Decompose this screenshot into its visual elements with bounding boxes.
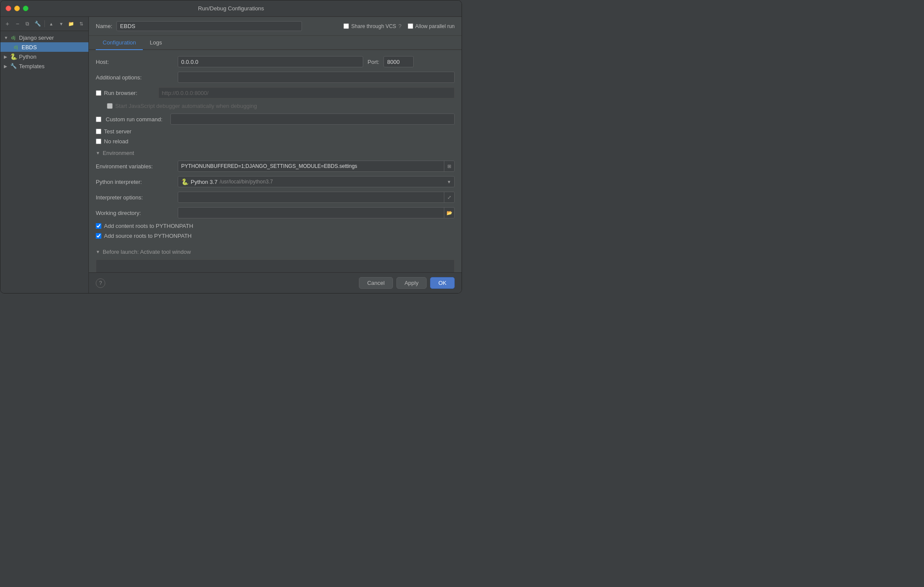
environment-arrow[interactable]: ▼ bbox=[96, 151, 100, 155]
interpreter-options-row: Interpreter options: ⤢ bbox=[96, 192, 455, 203]
test-server-row: Test server bbox=[96, 128, 455, 135]
minimize-button[interactable] bbox=[14, 6, 20, 11]
custom-run-input[interactable] bbox=[170, 114, 455, 125]
toolbar-divider bbox=[44, 20, 45, 27]
wrench-button[interactable]: 🔧 bbox=[33, 19, 42, 28]
run-browser-label: Run browser: bbox=[104, 90, 156, 96]
share-vcs-checkbox[interactable] bbox=[343, 23, 349, 29]
django-server-label: Django server bbox=[19, 35, 54, 41]
parallel-run-checkbox[interactable] bbox=[408, 23, 413, 29]
close-button[interactable] bbox=[6, 6, 11, 11]
bottom-right: Cancel Apply OK bbox=[359, 277, 455, 289]
help-button[interactable]: ? bbox=[96, 278, 105, 288]
add-source-roots-checkbox[interactable] bbox=[96, 233, 101, 239]
cancel-button[interactable]: Cancel bbox=[359, 277, 393, 289]
before-launch-title: Before launch: Activate tool window bbox=[103, 249, 191, 255]
env-vars-input-wrap: PYTHONUNBUFFERED=1;DJANGO_SETTINGS_MODUL… bbox=[178, 161, 455, 172]
env-vars-label: Environment variables: bbox=[96, 163, 173, 170]
additional-options-row: Additional options: bbox=[96, 72, 455, 83]
host-label: Host: bbox=[96, 59, 173, 65]
env-vars-edit-button[interactable]: ⊞ bbox=[444, 161, 454, 171]
env-vars-value: PYTHONUNBUFFERED=1;DJANGO_SETTINGS_MODUL… bbox=[178, 162, 444, 170]
apply-button[interactable]: Apply bbox=[396, 277, 427, 289]
interpreter-options-expand-button[interactable]: ⤢ bbox=[444, 192, 454, 202]
tree-arrow-templates: ▶ bbox=[4, 64, 10, 69]
interpreter-options-label: Interpreter options: bbox=[96, 194, 173, 201]
interpreter-path: /usr/local/bin/python3.7 bbox=[220, 179, 273, 185]
interpreter-name: Python 3.7 bbox=[191, 179, 217, 185]
remove-config-button[interactable]: − bbox=[13, 19, 22, 28]
working-directory-row: Working directory: 📂 bbox=[96, 207, 455, 218]
interpreter-options-wrap: ⤢ bbox=[178, 192, 455, 203]
bottom-left: ? bbox=[96, 278, 105, 288]
environment-title: Environment bbox=[103, 150, 134, 156]
window-title: Run/Debug Configurations bbox=[198, 5, 264, 12]
title-bar: Run/Debug Configurations bbox=[0, 0, 462, 17]
run-browser-row: Run browser: bbox=[96, 87, 455, 98]
no-reload-label: No reload bbox=[104, 138, 128, 145]
working-directory-input[interactable] bbox=[178, 208, 444, 218]
ok-button[interactable]: OK bbox=[430, 277, 455, 289]
python-icon: 🐍 bbox=[10, 53, 17, 60]
before-launch-arrow[interactable]: ▼ bbox=[96, 249, 100, 254]
add-content-roots-label: Add content roots to PYTHONPATH bbox=[104, 223, 193, 229]
tab-configuration[interactable]: Configuration bbox=[96, 36, 143, 50]
sidebar: + − ⧉ 🔧 ▲ ▼ 📁 ⇅ ▼ dj Django server dj EB… bbox=[0, 17, 89, 293]
python-interpreter-label: Python interpreter: bbox=[96, 179, 173, 185]
add-content-roots-checkbox[interactable] bbox=[96, 223, 101, 229]
folder-button[interactable]: 📁 bbox=[67, 19, 75, 28]
host-input[interactable] bbox=[178, 56, 363, 67]
host-port-row: Host: Port: bbox=[96, 56, 455, 67]
python-interpreter-select[interactable]: 🐍 Python 3.7 /usr/local/bin/python3.7 ▼ bbox=[178, 176, 455, 187]
tree-arrow-python: ▶ bbox=[4, 54, 10, 59]
no-reload-row: No reload bbox=[96, 138, 455, 145]
add-config-button[interactable]: + bbox=[3, 19, 12, 28]
interpreter-select-text: 🐍 Python 3.7 /usr/local/bin/python3.7 bbox=[181, 178, 447, 185]
environment-section: ▼ Environment bbox=[96, 150, 455, 156]
working-dir-folder-button[interactable]: 📂 bbox=[444, 208, 454, 218]
python-label: Python bbox=[19, 54, 36, 60]
bottom-bar: ? Cancel Apply OK bbox=[89, 272, 462, 293]
sidebar-item-ebds[interactable]: dj EBDS bbox=[0, 42, 88, 52]
add-source-roots-label: Add source roots to PYTHONPATH bbox=[104, 233, 192, 239]
add-content-roots-row: Add content roots to PYTHONPATH bbox=[96, 223, 455, 229]
maximize-button[interactable] bbox=[23, 6, 28, 11]
move-down-button[interactable]: ▼ bbox=[57, 19, 66, 28]
before-launch-content: There are no tasks to run before launch bbox=[96, 259, 455, 272]
tabs-bar: Configuration Logs bbox=[89, 36, 462, 50]
header-right: Share through VCS ? Allow parallel run bbox=[343, 23, 455, 29]
custom-run-checkbox[interactable] bbox=[96, 117, 101, 122]
js-debug-checkbox[interactable] bbox=[107, 103, 113, 109]
sidebar-item-django-server[interactable]: ▼ dj Django server bbox=[0, 33, 88, 42]
right-panel: Name: Share through VCS ? Allow parallel… bbox=[89, 17, 462, 293]
sidebar-tree: ▼ dj Django server dj EBDS ▶ 🐍 Python ▶ … bbox=[0, 31, 88, 293]
config-panel: Host: Port: Additional options: Run brow… bbox=[89, 50, 462, 272]
main-content: + − ⧉ 🔧 ▲ ▼ 📁 ⇅ ▼ dj Django server dj EB… bbox=[0, 17, 462, 293]
ebds-icon: dj bbox=[13, 44, 19, 50]
copy-config-button[interactable]: ⧉ bbox=[23, 19, 32, 28]
test-server-checkbox[interactable] bbox=[96, 129, 101, 134]
name-input[interactable] bbox=[116, 21, 302, 31]
parallel-run-group: Allow parallel run bbox=[408, 23, 455, 29]
sidebar-item-templates[interactable]: ▶ 🔧 Templates bbox=[0, 61, 88, 71]
tab-logs[interactable]: Logs bbox=[143, 36, 169, 50]
add-source-roots-row: Add source roots to PYTHONPATH bbox=[96, 233, 455, 239]
ebds-label: EBDS bbox=[22, 44, 37, 50]
port-input[interactable] bbox=[383, 56, 414, 67]
run-browser-input[interactable] bbox=[158, 87, 455, 98]
python-emoji-icon: 🐍 bbox=[181, 178, 189, 185]
share-vcs-help-icon[interactable]: ? bbox=[398, 23, 401, 29]
additional-options-input[interactable] bbox=[178, 72, 455, 83]
templates-icon: 🔧 bbox=[10, 63, 17, 69]
run-browser-checkbox[interactable] bbox=[96, 90, 101, 96]
before-launch-section: ▼ Before launch: Activate tool window Th… bbox=[96, 247, 455, 272]
traffic-lights bbox=[6, 6, 28, 11]
interpreter-options-input[interactable] bbox=[178, 193, 444, 202]
no-reload-checkbox[interactable] bbox=[96, 139, 101, 144]
name-label: Name: bbox=[96, 23, 112, 29]
move-up-button[interactable]: ▲ bbox=[47, 19, 55, 28]
sidebar-item-python[interactable]: ▶ 🐍 Python bbox=[0, 52, 88, 61]
sidebar-toolbar: + − ⧉ 🔧 ▲ ▼ 📁 ⇅ bbox=[0, 17, 88, 31]
sort-button[interactable]: ⇅ bbox=[77, 19, 86, 28]
js-debug-label: Start JavaScript debugger automatically … bbox=[115, 103, 257, 109]
